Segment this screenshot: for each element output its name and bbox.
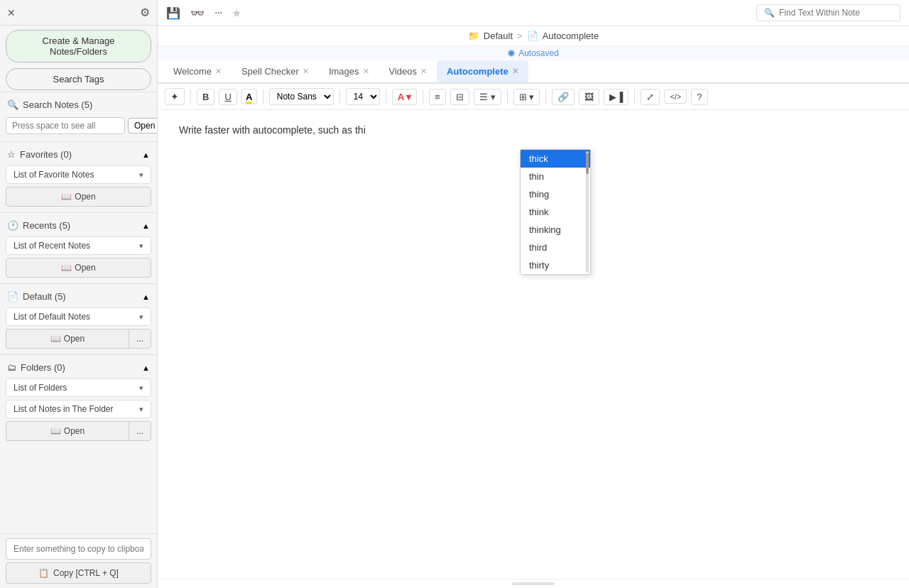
folders-title: 🗂 Folders (0) — [7, 362, 65, 373]
close-icon[interactable]: ✕ — [7, 7, 16, 18]
tab-videos[interactable]: Videos ✕ — [379, 60, 437, 84]
underline-button[interactable]: U — [219, 89, 236, 105]
autosave-bar: Autosaved — [158, 46, 909, 60]
create-manage-button[interactable]: Create & Manage Notes/Folders — [6, 30, 151, 62]
find-text-input[interactable] — [779, 8, 893, 18]
favorite-star-icon[interactable]: ★ — [232, 6, 241, 20]
save-icon[interactable]: 💾 — [166, 6, 180, 20]
autocomplete-item-thin[interactable]: thin — [521, 168, 590, 185]
favorites-header[interactable]: ☆ Favorites (0) ▲ — [0, 145, 157, 164]
tab-videos-label: Videos — [389, 66, 418, 77]
editor-area[interactable]: Write faster with autocomplete, such as … — [158, 110, 909, 579]
search-notes-input[interactable] — [6, 117, 125, 134]
wand-button[interactable]: ✦ — [165, 88, 185, 105]
highlight-color-button[interactable]: A — [241, 89, 257, 104]
font-size-select[interactable]: 14 — [346, 88, 380, 105]
toolbar-sep-8 — [634, 89, 635, 104]
tab-videos-close-icon[interactable]: ✕ — [420, 67, 427, 76]
toolbar-sep-2 — [263, 89, 263, 104]
image-button[interactable]: 🖼 — [579, 89, 599, 105]
copy-button[interactable]: 📋 Copy [CTRL + Q] — [6, 562, 151, 584]
default-note-icon: 📄 — [7, 291, 18, 302]
tab-autocomplete[interactable]: Autocomplete ✕ — [437, 60, 528, 84]
default-open-button[interactable]: 📖 Open — [6, 329, 129, 349]
favorites-dropdown-arrow-icon: ▾ — [139, 170, 143, 180]
gear-icon[interactable]: ⚙ — [140, 6, 150, 19]
align-button[interactable]: ☰ ▾ — [474, 89, 501, 105]
help-button[interactable]: ? — [691, 89, 707, 105]
scrollbar-track — [512, 582, 555, 585]
folders-list-dropdown[interactable]: List of Folders ▾ — [6, 379, 151, 397]
tab-autocomplete-close-icon[interactable]: ✕ — [512, 67, 518, 76]
search-notes-title: 🔍 Search Notes (5) — [7, 99, 92, 110]
folders-list-label: List of Folders — [13, 383, 67, 393]
search-notes-icon: 🔍 — [7, 99, 18, 110]
editor-scrollbar[interactable] — [158, 579, 909, 588]
autocomplete-item-thinking[interactable]: thinking — [521, 221, 590, 239]
default-list-dropdown[interactable]: List of Default Notes ▾ — [6, 307, 151, 326]
link-button[interactable]: 🔗 — [552, 89, 575, 105]
expand-button[interactable]: ⤢ — [641, 89, 660, 105]
toolbar-sep-7 — [545, 89, 546, 104]
folders-section: 🗂 Folders (0) ▲ List of Folders ▾ List o… — [0, 354, 157, 447]
tab-spell-checker[interactable]: Spell Checker ✕ — [232, 60, 319, 84]
favorites-open-label: Open — [75, 192, 95, 202]
find-text-bar[interactable]: 🔍 — [756, 4, 900, 21]
recents-book-icon: 📖 — [61, 263, 72, 273]
autocomplete-item-thirty[interactable]: thirty — [521, 256, 590, 274]
table-button[interactable]: ⊞ ▾ — [513, 89, 540, 105]
folder-icon: 🗂 — [7, 362, 16, 373]
star-icon: ☆ — [7, 149, 16, 160]
favorites-label: Favorites (0) — [20, 149, 72, 160]
recents-dropdown-arrow-icon: ▾ — [139, 241, 143, 251]
media-button[interactable]: ▶▐ — [604, 89, 628, 105]
folders-more-button[interactable]: ... — [129, 421, 151, 441]
font-color-button[interactable]: A ▾ — [392, 89, 418, 105]
folders-dropdown-arrow-icon: ▾ — [139, 383, 143, 393]
breadcrumb-folder[interactable]: Default — [484, 31, 513, 41]
default-more-button[interactable]: ... — [129, 329, 151, 349]
folders-header[interactable]: 🗂 Folders (0) ▲ — [0, 358, 157, 377]
folders-book-icon: 📖 — [50, 426, 61, 436]
autocomplete-item-thick[interactable]: thick — [521, 150, 590, 168]
favorites-book-icon: 📖 — [61, 192, 72, 202]
code-button[interactable]: </> — [664, 89, 687, 104]
recents-open-label: Open — [75, 263, 95, 273]
recents-header[interactable]: 🕐 Recents (5) ▲ — [0, 216, 157, 235]
folders-notes-arrow-icon: ▾ — [139, 405, 143, 414]
toolbar-sep-1 — [190, 89, 191, 104]
breadcrumb-note-icon: 📄 — [527, 31, 538, 41]
autocomplete-scrollbar[interactable] — [586, 151, 589, 273]
recents-list-dropdown[interactable]: List of Recent Notes ▾ — [6, 236, 151, 255]
autocomplete-item-third[interactable]: third — [521, 239, 590, 256]
tab-images[interactable]: Images ✕ — [319, 60, 379, 84]
more-icon[interactable]: ··· — [214, 6, 222, 19]
breadcrumb-note[interactable]: Autocomplete — [543, 31, 599, 41]
favorites-open-button[interactable]: 📖 Open — [6, 187, 151, 207]
tab-welcome-close-icon[interactable]: ✕ — [215, 67, 222, 76]
clipboard-input[interactable] — [6, 538, 151, 560]
folders-notes-dropdown[interactable]: List of Notes in The Folder ▾ — [6, 400, 151, 418]
folders-open-button[interactable]: 📖 Open — [6, 421, 129, 441]
font-family-select[interactable]: Noto Sans — [269, 88, 334, 105]
search-notes-open-button[interactable]: Open — [128, 118, 158, 134]
bullet-list-button[interactable]: ≡ — [429, 89, 446, 105]
tab-images-close-icon[interactable]: ✕ — [363, 67, 369, 76]
tab-welcome[interactable]: Welcome ✕ — [163, 60, 232, 84]
tab-spell-checker-close-icon[interactable]: ✕ — [303, 67, 309, 76]
glasses-icon[interactable]: 👓 — [190, 6, 205, 20]
clipboard-section: 📋 Copy [CTRL + Q] — [0, 533, 157, 588]
ordered-list-button[interactable]: ⊟ — [450, 89, 469, 105]
default-dropdown-arrow-icon: ▾ — [139, 312, 143, 322]
favorites-list-dropdown[interactable]: List of Favorite Notes ▾ — [6, 165, 151, 184]
autocomplete-item-think[interactable]: think — [521, 203, 590, 221]
autocomplete-scroll-thumb — [586, 153, 589, 174]
bold-button[interactable]: B — [197, 89, 214, 105]
search-notes-header[interactable]: 🔍 Search Notes (5) — [0, 95, 157, 114]
autocomplete-item-thing[interactable]: thing — [521, 185, 590, 203]
search-tags-button[interactable]: Search Tags — [6, 68, 151, 90]
default-header[interactable]: 📄 Default (5) ▲ — [0, 287, 157, 306]
sidebar-top-bar: ✕ ⚙ — [0, 0, 157, 26]
recents-open-button[interactable]: 📖 Open — [6, 258, 151, 278]
default-section: 📄 Default (5) ▲ List of Default Notes ▾ … — [0, 283, 157, 354]
